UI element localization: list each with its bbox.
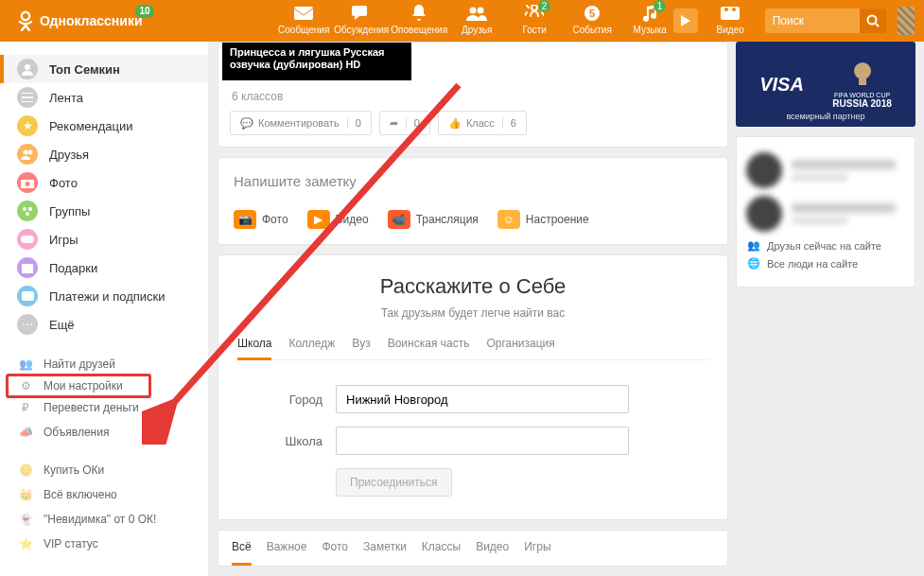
- svg-rect-20: [22, 264, 33, 267]
- tab-org[interactable]: Организация: [486, 337, 554, 359]
- svg-point-3: [478, 8, 484, 14]
- promo-invisible[interactable]: 👻"Невидимка" от 0 ОК!: [0, 507, 208, 532]
- filter-important[interactable]: Важное: [267, 540, 307, 566]
- groups-icon: [17, 201, 38, 221]
- ghost-icon: 👻: [17, 511, 34, 528]
- sidebar-groups[interactable]: Группы: [0, 197, 208, 225]
- smile-icon: ☺: [497, 210, 520, 229]
- filter-games[interactable]: Игры: [524, 540, 550, 566]
- sidebar-profile[interactable]: Топ Семкин: [0, 55, 208, 83]
- globe-icon: 🌐: [746, 257, 761, 270]
- nav-video[interactable]: Видео: [702, 0, 759, 35]
- bell-icon: [411, 5, 427, 22]
- sidebar-more[interactable]: ⋯Ещё: [0, 310, 208, 339]
- filter-photo[interactable]: Фото: [322, 540, 348, 566]
- svg-text:5: 5: [589, 8, 595, 19]
- svg-point-2: [470, 8, 477, 14]
- search-input[interactable]: [765, 9, 860, 33]
- join-button[interactable]: Присоединиться: [336, 468, 452, 497]
- tab-army[interactable]: Воинская часть: [388, 337, 470, 359]
- gear-icon: ⚙: [17, 377, 34, 394]
- compose-note: Напишите заметку 📷Фото ▶Видео 📹Трансляци…: [218, 157, 728, 245]
- filter-all[interactable]: Всё: [232, 540, 252, 566]
- gift-icon: [17, 257, 38, 278]
- nav-events[interactable]: 5События: [564, 0, 621, 35]
- svg-point-16: [28, 207, 32, 211]
- nav-guests[interactable]: Гости2: [506, 0, 564, 35]
- sidebar-feed[interactable]: Лента: [0, 83, 208, 112]
- filter-video[interactable]: Видео: [476, 540, 509, 566]
- svg-rect-1: [294, 7, 313, 20]
- ad-brand: VISA: [759, 74, 804, 96]
- tool-transfer[interactable]: ₽Перевести деньги: [0, 395, 208, 420]
- header-avatar[interactable]: [898, 7, 915, 35]
- nav-music[interactable]: Музыка1: [621, 0, 679, 35]
- svg-point-22: [854, 62, 871, 79]
- tab-college[interactable]: Колледж: [288, 337, 335, 359]
- compose-placeholder[interactable]: Напишите заметку: [234, 173, 712, 189]
- sidebar-recs[interactable]: ★Рекомендации: [0, 112, 208, 140]
- link-all-people[interactable]: 🌐Все люди на сайте: [746, 257, 905, 270]
- nav-notifications[interactable]: Оповещения: [391, 0, 448, 35]
- sidebar-photos[interactable]: Фото: [0, 168, 208, 197]
- search-button[interactable]: [860, 9, 886, 33]
- city-label: Город: [237, 393, 323, 407]
- ad-event: RUSSIA 2018: [832, 98, 891, 109]
- city-input[interactable]: [336, 385, 629, 413]
- notif-badge: 10: [135, 5, 153, 18]
- tool-ads[interactable]: 📣Объявления: [0, 420, 208, 445]
- school-label: Школа: [237, 434, 323, 448]
- ok-logo-icon: [17, 10, 34, 31]
- svg-rect-21: [22, 291, 34, 301]
- friend-row[interactable]: [746, 152, 905, 188]
- search-box: [765, 9, 886, 33]
- share-button[interactable]: ➦0: [379, 111, 430, 135]
- dots-icon: ⋯: [17, 314, 38, 335]
- friends-widget: 👥Друзья сейчас на сайте 🌐Все люди на сай…: [736, 136, 915, 288]
- tab-uni[interactable]: Вуз: [352, 337, 370, 359]
- megaphone-icon: 📣: [17, 424, 34, 441]
- attach-mood[interactable]: ☺Настроение: [497, 210, 589, 229]
- nav-discussions[interactable]: Обсуждения: [333, 0, 391, 35]
- post-likes[interactable]: 6 классов: [232, 90, 727, 103]
- svg-rect-23: [859, 79, 866, 85]
- events-icon: 5: [584, 5, 601, 22]
- avatar-icon: [17, 59, 38, 79]
- filter-notes[interactable]: Заметки: [363, 540, 407, 566]
- sidebar-friends[interactable]: Друзья: [0, 140, 208, 168]
- school-input[interactable]: [336, 427, 629, 455]
- play-icon: [681, 15, 690, 26]
- svg-point-11: [24, 150, 28, 155]
- sidebar-gifts[interactable]: Подарки: [0, 253, 208, 282]
- tab-school[interactable]: Школа: [237, 337, 271, 360]
- site-logo[interactable]: Одноклассники 10: [17, 10, 143, 31]
- promo-buy-ok[interactable]: 🪙Купить ОКи: [0, 458, 208, 482]
- nav-friends[interactable]: Друзья: [448, 0, 506, 35]
- sidebar-games[interactable]: Игры: [0, 225, 208, 253]
- friend-row[interactable]: [746, 196, 905, 232]
- sidebar-payments[interactable]: Платежи и подписки: [0, 282, 208, 310]
- ad-tag: FIFA WORLD CUP: [832, 92, 891, 98]
- attach-photo[interactable]: 📷Фото: [234, 210, 288, 229]
- promo-vip[interactable]: ⭐VIP статус: [0, 532, 208, 556]
- link-friends-online[interactable]: 👥Друзья сейчас на сайте: [746, 239, 905, 252]
- comment-button[interactable]: 💬 Комментировать0: [230, 111, 372, 135]
- right-column: VISA FIFA WORLD CUP RUSSIA 2018 всемирны…: [736, 42, 915, 576]
- attach-stream[interactable]: 📹Трансляция: [388, 210, 479, 229]
- videocam-icon: ▶: [307, 210, 330, 229]
- ok-currency-icon: 🪙: [17, 462, 34, 479]
- filter-classes[interactable]: Классы: [422, 540, 461, 566]
- svg-point-17: [26, 212, 29, 216]
- nav-messages[interactable]: Сообщения: [275, 0, 333, 35]
- people-icon: 👥: [746, 239, 761, 252]
- photo-icon: 📷: [234, 210, 256, 229]
- promo-all-in[interactable]: 👑Всё включено: [0, 482, 208, 507]
- star-icon: ★: [17, 115, 38, 136]
- svg-point-0: [22, 12, 29, 20]
- ruble-icon: ₽: [17, 399, 34, 416]
- post-thumb[interactable]: Принцесса и лягушка Русская озвучка (дуб…: [222, 43, 411, 80]
- attach-video[interactable]: ▶Видео: [307, 210, 369, 229]
- class-button[interactable]: 👍 Класс6: [438, 111, 527, 135]
- ad-banner[interactable]: VISA FIFA WORLD CUP RUSSIA 2018 всемирны…: [736, 42, 915, 127]
- ad-foot: всемирный партнер: [736, 112, 915, 121]
